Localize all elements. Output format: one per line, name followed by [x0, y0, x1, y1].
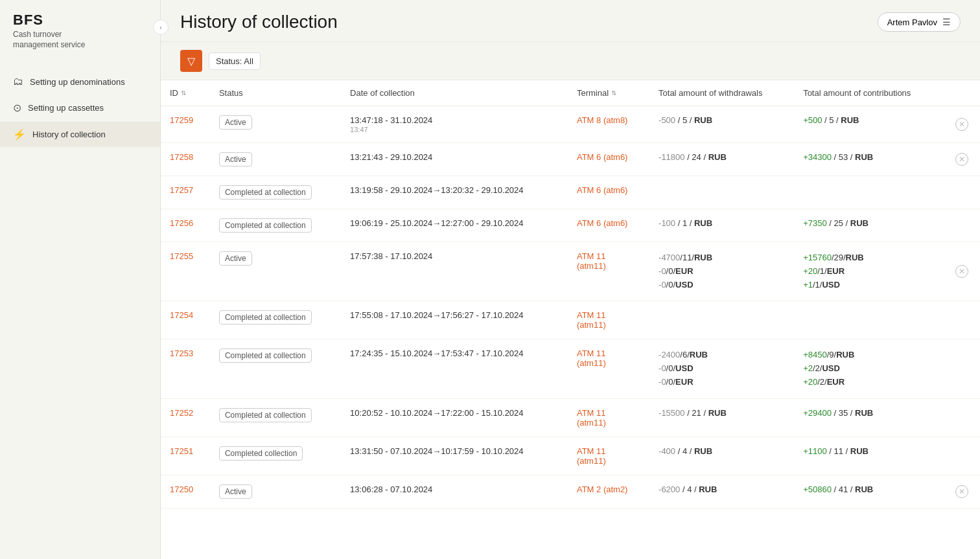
table-row: 17257Completed at collection13:19:58 - 2…	[161, 176, 980, 209]
col-date: Date of collection	[341, 80, 568, 106]
col-terminal: Terminal ⇅	[568, 80, 649, 106]
date-sub: 13:47	[350, 126, 559, 133]
status-tag: Active	[219, 251, 252, 266]
contributions-amount: +500 / 5 / RUB	[803, 115, 859, 125]
terminal-link[interactable]: ATM 11(atm11)	[577, 408, 606, 428]
table-row: 17252Completed at collection10:20:52 - 1…	[161, 398, 980, 437]
contributions-multi: +8450/9/RUB+2/2/USD+20/2/EUR	[803, 348, 934, 389]
terminal-link[interactable]: ATM 6 (atm6)	[577, 185, 628, 195]
terminal-link[interactable]: ATM 11(atm11)	[577, 251, 606, 271]
user-menu-button[interactable]: Artem Pavlov ☰	[878, 12, 961, 32]
collection-table: ID ⇅ Status Date of collection Terminal …	[161, 80, 980, 508]
row-id-link[interactable]: 17259	[170, 115, 193, 125]
col-id: ID ⇅	[161, 80, 210, 106]
row-id-link[interactable]: 17257	[170, 185, 193, 195]
collection-date: 13:06:28 - 07.10.2024	[350, 485, 432, 494]
status-tag: Completed at collection	[219, 185, 312, 200]
terminal-link[interactable]: ATM 6 (atm6)	[577, 218, 628, 228]
row-id-link[interactable]: 17251	[170, 446, 193, 456]
logo-area: BFS Cash turnovermanagement service	[0, 0, 160, 56]
contributions-amount: +1100 / 11 / RUB	[803, 446, 869, 456]
contributions-amount: +34300 / 53 / RUB	[803, 152, 873, 162]
collection-date: 17:55:08 - 17.10.2024→17:56:27 - 17.10.2…	[350, 310, 523, 320]
withdrawals-amount: -500 / 5 / RUB	[659, 115, 712, 125]
collection-date: 13:19:58 - 29.10.2024→13:20:32 - 29.10.2…	[350, 185, 523, 195]
row-id-link[interactable]: 17250	[170, 485, 193, 494]
status-tag: Completed collection	[219, 446, 303, 461]
table-row: 17256Completed at collection19:06:19 - 2…	[161, 209, 980, 242]
sort-icon[interactable]: ⇅	[181, 89, 186, 97]
close-button[interactable]: ✕	[955, 153, 968, 166]
status-tag: Completed at collection	[219, 408, 312, 422]
contributions-amount: +50860 / 41 / RUB	[803, 485, 873, 494]
close-button[interactable]: ✕	[955, 485, 968, 498]
filter-bar: ▽ Status: All	[161, 42, 980, 80]
terminal-link[interactable]: ATM 11(atm11)	[577, 348, 606, 368]
close-button[interactable]: ✕	[955, 118, 968, 131]
withdrawals-amount: -6200 / 4 / RUB	[659, 485, 717, 494]
filter-button[interactable]: ▽	[180, 50, 202, 72]
sidebar-item-cassettes[interactable]: ⊙ Setting up cassettes	[0, 95, 160, 120]
collection-date: 19:06:19 - 25.10.2024→12:27:00 - 29.10.2…	[350, 218, 523, 228]
user-name: Artem Pavlov	[887, 17, 937, 27]
logo-subtitle: Cash turnovermanagement service	[13, 30, 147, 50]
denominations-icon: 🗂	[13, 76, 23, 87]
sidebar-item-label: History of collection	[32, 130, 106, 139]
sidebar-nav: 🗂 Setting up denominations ⊙ Setting up …	[0, 69, 160, 147]
withdrawals-amount: -100 / 1 / RUB	[659, 218, 712, 228]
sidebar-item-denominations[interactable]: 🗂 Setting up denominations	[0, 69, 160, 94]
page-title: History of collection	[180, 12, 338, 32]
collection-date: 10:20:52 - 10.10.2024→17:22:00 - 15.10.2…	[350, 408, 523, 418]
table-row: 17251Completed collection13:31:50 - 07.1…	[161, 437, 980, 475]
contributions-multi: +15760/29/RUB+20/1/EUR+1/1/USD	[803, 251, 934, 291]
status-tag: Completed at collection	[219, 348, 312, 363]
row-id-link[interactable]: 17252	[170, 408, 193, 418]
col-withdrawals: Total amount of withdrawals	[649, 80, 794, 106]
collection-date: 17:24:35 - 15.10.2024→17:53:47 - 17.10.2…	[350, 348, 523, 358]
filter-icon: ▽	[187, 55, 195, 67]
withdrawals-amount: -15500 / 21 / RUB	[659, 408, 727, 418]
cassettes-icon: ⊙	[13, 102, 21, 114]
row-id-link[interactable]: 17253	[170, 348, 193, 358]
col-contributions: Total amount of contributions	[794, 80, 943, 106]
col-status: Status	[210, 80, 341, 106]
sidebar-item-history[interactable]: ⚡ History of collection	[0, 122, 160, 147]
terminal-link[interactable]: ATM 6 (atm6)	[577, 152, 628, 162]
table-row: 17250Active13:06:28 - 07.10.2024ATM 2 (a…	[161, 475, 980, 508]
row-id-link[interactable]: 17258	[170, 152, 193, 162]
terminal-link[interactable]: ATM 11(atm11)	[577, 446, 606, 466]
hamburger-icon: ☰	[942, 17, 951, 27]
withdrawals-multi: -2400/6/RUB-0/0/USD-0/0/EUR	[659, 348, 785, 389]
row-id-link[interactable]: 17256	[170, 218, 193, 228]
terminal-link[interactable]: ATM 11(atm11)	[577, 310, 606, 330]
table-row: 17254Completed at collection17:55:08 - 1…	[161, 301, 980, 339]
contributions-amount: +29400 / 35 / RUB	[803, 408, 873, 418]
table-row: 17253Completed at collection17:24:35 - 1…	[161, 339, 980, 398]
withdrawals-multi: -4700/11/RUB-0/0/EUR-0/0/USD	[659, 251, 785, 291]
col-actions	[943, 80, 980, 106]
contributions-amount: +7350 / 25 / RUB	[803, 218, 869, 228]
collection-date: 13:47:18 - 31.10.202413:47	[350, 115, 559, 133]
table-row: 17259Active13:47:18 - 31.10.202413:47ATM…	[161, 106, 980, 143]
table-container[interactable]: ID ⇅ Status Date of collection Terminal …	[161, 80, 980, 559]
status-tag: Active	[219, 115, 252, 130]
status-tag: Completed at collection	[219, 218, 312, 233]
history-icon: ⚡	[13, 128, 26, 141]
table-row: 17258Active13:21:43 - 29.10.2024ATM 6 (a…	[161, 143, 980, 176]
status-tag: Active	[219, 152, 252, 166]
row-id-link[interactable]: 17254	[170, 310, 193, 320]
status-tag: Active	[219, 485, 252, 499]
terminal-link[interactable]: ATM 8 (atm8)	[577, 115, 628, 125]
status-tag: Completed at collection	[219, 310, 312, 325]
withdrawals-amount: -400 / 4 / RUB	[659, 446, 712, 456]
table-row: 17255Active17:57:38 - 17.10.2024ATM 11(a…	[161, 242, 980, 301]
status-filter-badge: Status: All	[209, 52, 261, 70]
collection-date: 17:57:38 - 17.10.2024	[350, 251, 432, 261]
sort-icon[interactable]: ⇅	[611, 89, 616, 97]
row-id-link[interactable]: 17255	[170, 251, 193, 261]
collection-date: 13:31:50 - 07.10.2024→10:17:59 - 10.10.2…	[350, 446, 523, 456]
close-button[interactable]: ✕	[955, 265, 968, 278]
sidebar-collapse-button[interactable]: ‹	[153, 19, 169, 35]
withdrawals-amount: -11800 / 24 / RUB	[659, 152, 727, 162]
terminal-link[interactable]: ATM 2 (atm2)	[577, 485, 628, 494]
